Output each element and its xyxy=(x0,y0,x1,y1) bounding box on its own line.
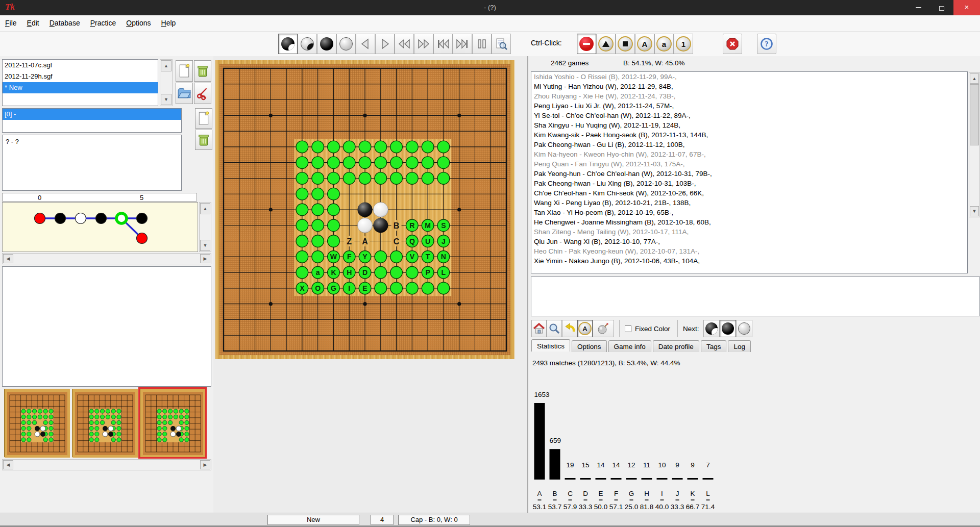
continuation-label-B[interactable]: B xyxy=(394,221,400,230)
tree-node-black[interactable] xyxy=(55,213,66,224)
continuation-point[interactable] xyxy=(296,235,308,247)
tree-node-red[interactable] xyxy=(137,233,148,244)
scroll-left-icon[interactable]: ◀ xyxy=(3,460,13,469)
tree-v-scrollbar[interactable]: ▲ ▼ xyxy=(199,202,211,252)
game-list-row[interactable]: Shan Ziteng - Meng Tailing (W), 2012-10-… xyxy=(531,227,967,237)
maximize-button[interactable] xyxy=(930,0,953,15)
game-list-row[interactable]: Sha Xingyu - Hu Yuqing (W), 2012-11-19, … xyxy=(531,120,967,130)
thumbnails-scrollbar[interactable]: ◀ ▶ xyxy=(2,459,211,470)
continuation-point[interactable] xyxy=(359,172,371,185)
game-list-row[interactable]: Ishida Yoshio - O Rissei (B), 2012-11-29… xyxy=(531,72,967,82)
search-game-button[interactable] xyxy=(492,34,511,54)
continuation-point[interactable] xyxy=(343,157,355,169)
continuation-point[interactable] xyxy=(328,172,340,185)
continuation-point[interactable] xyxy=(328,157,340,169)
triangle-marker-button[interactable] xyxy=(596,34,616,54)
file-list-item[interactable]: 2012-11-07c.sgf xyxy=(3,60,158,71)
continuation-point[interactable] xyxy=(406,266,419,279)
scroll-up-icon[interactable]: ▲ xyxy=(161,60,172,71)
label-1-button[interactable]: 1 xyxy=(674,34,693,54)
game-tree-canvas[interactable] xyxy=(2,202,198,252)
game-list-row[interactable]: Ch'oe Ch'eol-han - Kim Chi-seok (W), 201… xyxy=(531,188,967,198)
open-file-button[interactable] xyxy=(176,83,193,104)
continuation-point[interactable] xyxy=(390,251,403,263)
square-marker-button[interactable] xyxy=(616,34,635,54)
continuation-point[interactable] xyxy=(390,157,403,169)
continuation-point[interactable] xyxy=(296,266,308,279)
fixed-color-checkbox[interactable] xyxy=(625,325,631,332)
continuation-point[interactable] xyxy=(375,141,387,153)
bomb-button[interactable] xyxy=(593,320,614,337)
menu-options[interactable]: Options xyxy=(121,15,156,27)
go-to-start-button[interactable] xyxy=(433,34,453,54)
continuation-point[interactable] xyxy=(296,157,308,169)
continuation-point[interactable] xyxy=(437,172,450,185)
tree-h-scrollbar[interactable]: ◀ ▶ xyxy=(2,253,211,264)
continuation-point[interactable] xyxy=(406,172,419,185)
continuation-point[interactable] xyxy=(359,141,371,153)
continuation-point[interactable] xyxy=(437,141,450,153)
continuation-point[interactable] xyxy=(390,172,403,185)
game-list-row[interactable]: Pak Cheong-hwan - Liu Xing (B), 2012-10-… xyxy=(531,179,967,188)
continuation-point[interactable] xyxy=(359,157,371,169)
label-a-button[interactable]: a xyxy=(654,34,674,54)
label-A-button[interactable]: A xyxy=(635,34,654,54)
search-history-thumbnail[interactable] xyxy=(140,389,205,457)
next-black-white-stone-button[interactable] xyxy=(703,320,720,337)
comment-box[interactable] xyxy=(2,266,211,387)
tree-node-white[interactable] xyxy=(76,213,86,224)
scroll-up-icon[interactable]: ▲ xyxy=(970,73,979,84)
continuation-point[interactable] xyxy=(312,141,324,153)
step-back-button[interactable] xyxy=(356,34,375,54)
undo-button[interactable] xyxy=(562,320,577,337)
sgf-file-list[interactable]: 2012-11-07c.sgf2012-11-29h.sgf* New xyxy=(2,59,158,106)
close-button[interactable]: × xyxy=(953,0,980,15)
continuation-point[interactable] xyxy=(328,204,340,216)
delete-stone-button[interactable] xyxy=(577,34,596,54)
continuation-point[interactable] xyxy=(375,251,387,263)
game-number-list[interactable]: [0] - xyxy=(2,108,182,133)
a-stone-button[interactable]: A xyxy=(577,320,593,337)
scroll-left-icon[interactable]: ◀ xyxy=(3,254,13,263)
continuation-point[interactable] xyxy=(375,266,387,279)
tab-game-info[interactable]: Game info xyxy=(608,340,651,352)
game-number-item[interactable]: [0] - xyxy=(3,109,181,120)
game-list-row[interactable]: Yi Se-tol - Ch'oe Ch'eol-han (W), 2012-1… xyxy=(531,111,967,120)
continuation-point[interactable] xyxy=(312,204,324,216)
continuation-point[interactable] xyxy=(343,141,355,153)
game-list-row[interactable]: Zhou Ruiyang - Xie He (W), 2012-11-24, 7… xyxy=(531,91,967,101)
continuation-point[interactable] xyxy=(328,141,340,153)
search-history-thumbnail[interactable] xyxy=(72,389,137,457)
go-to-end-button[interactable] xyxy=(453,34,472,54)
continuation-point[interactable] xyxy=(406,157,419,169)
scroll-down-icon[interactable]: ▼ xyxy=(970,206,979,216)
scroll-right-icon[interactable]: ▶ xyxy=(200,460,210,469)
delete-file-button[interactable] xyxy=(194,60,211,82)
continuation-point[interactable] xyxy=(375,172,387,185)
pause-button[interactable] xyxy=(472,34,492,54)
game-list-row[interactable]: Pak Yeong-hun - Ch'oe Ch'eol-han (W), 20… xyxy=(531,169,967,179)
game-list-row[interactable]: Peng Quan - Fan Tingyu (W), 2012-11-03, … xyxy=(531,159,967,169)
continuation-point[interactable] xyxy=(437,282,450,294)
game-list-row[interactable]: Tan Xiao - Yi Ho-peom (B), 2012-10-19, 6… xyxy=(531,208,967,217)
menu-edit[interactable]: Edit xyxy=(22,15,44,27)
black-stone-button[interactable] xyxy=(317,34,336,54)
continuation-point[interactable] xyxy=(296,188,308,200)
continuation-point[interactable] xyxy=(390,141,403,153)
continuation-point[interactable] xyxy=(422,282,434,294)
new-file-button[interactable] xyxy=(176,60,193,82)
game-list-row[interactable]: Kim Na-hyeon - Kweon Hyo-chin (W), 2012-… xyxy=(531,149,967,159)
game-list[interactable]: Ishida Yoshio - O Rissei (B), 2012-11-29… xyxy=(531,71,968,273)
continuation-point[interactable] xyxy=(328,235,340,247)
continuation-point[interactable] xyxy=(296,172,308,185)
tree-node-black[interactable] xyxy=(96,213,107,224)
scroll-down-icon[interactable]: ▼ xyxy=(200,240,210,251)
title-bar[interactable]: Tk - (?) × xyxy=(0,0,980,15)
continuation-point[interactable] xyxy=(312,157,324,169)
continuation-point[interactable] xyxy=(296,219,308,232)
menu-practice[interactable]: Practice xyxy=(85,15,121,27)
next-black-stone-button[interactable] xyxy=(720,320,736,337)
step-forward-button[interactable] xyxy=(375,34,395,54)
continuation-point[interactable] xyxy=(375,157,387,169)
game-list-row[interactable]: Mi Yuting - Han Yizhou (W), 2012-11-29, … xyxy=(531,82,967,91)
